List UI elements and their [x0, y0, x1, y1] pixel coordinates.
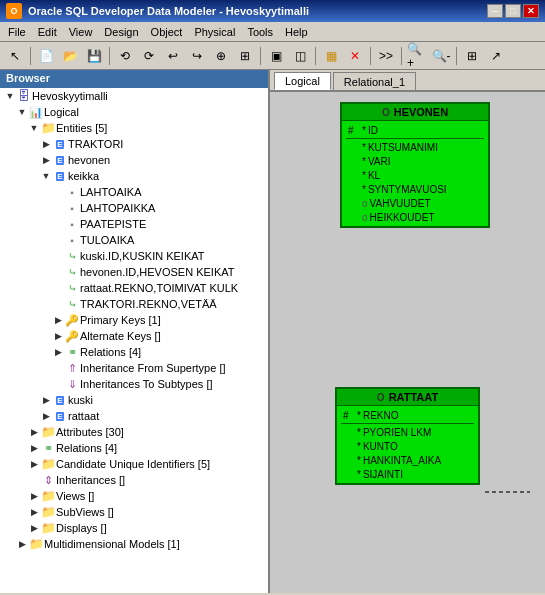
tree-item-lahtoaika[interactable]: ▪ LAHTOAIKA — [0, 184, 268, 200]
tree-item-rattaat-fk[interactable]: ⤷ rattaat.REKNO,TOIMIVAT KULK — [0, 280, 268, 296]
sep2 — [109, 47, 110, 65]
tab-relational1[interactable]: Relational_1 — [333, 72, 416, 90]
tree-item-tuloaika[interactable]: ▪ TULOAIKA — [0, 232, 268, 248]
minimize-button[interactable]: ─ — [487, 4, 503, 18]
tb-btn7[interactable]: ▣ — [265, 45, 287, 67]
entity-hevonen[interactable]: O HEVONEN # * ID * KUTSUMANIMI — [340, 102, 490, 228]
field-kunto: KUNTO — [363, 441, 398, 452]
expand-entities[interactable]: ▼ — [28, 122, 40, 134]
tree-item-lahtopaikka[interactable]: ▪ LAHTOPAIKKA — [0, 200, 268, 216]
tb-btn1[interactable]: ⟲ — [114, 45, 136, 67]
attr-icon-lahtoaika: ▪ — [64, 184, 80, 200]
tree-area[interactable]: ▼ 🗄 Hevoskyytimalli ▼ 📊 Logical ▼ 📁 Enti… — [0, 88, 268, 593]
tree-item-subviews[interactable]: ▶ 📁 SubViews [] — [0, 504, 268, 520]
hevonen-fk-label: hevonen.ID,HEVOSEN KEIKAT — [80, 266, 234, 278]
expand-rel-keikka[interactable]: ▶ — [52, 346, 64, 358]
tb-btn2[interactable]: ⟳ — [138, 45, 160, 67]
tree-item-hevonen[interactable]: ▶ E hevonen — [0, 152, 268, 168]
menu-help[interactable]: Help — [279, 24, 314, 40]
tree-item-hevonen-fk[interactable]: ⤷ hevonen.ID,HEVOSEN KEIKAT — [0, 264, 268, 280]
tree-item-displays[interactable]: ▶ 📁 Displays [] — [0, 520, 268, 536]
tree-item-relations-keikka[interactable]: ▶ ⚭ Relations [4] — [0, 344, 268, 360]
cursor-tool[interactable]: ↖ — [4, 45, 26, 67]
tree-item-alternate-keys[interactable]: ▶ 🔑 Alternate Keys [] — [0, 328, 268, 344]
tb-btn3[interactable]: ↩ — [162, 45, 184, 67]
rel-icon-kuski: ⤷ — [64, 248, 80, 264]
expand-displays[interactable]: ▶ — [28, 522, 40, 534]
tree-item-rattaat[interactable]: ▶ E rattaat — [0, 408, 268, 424]
erd-row-syntymavuosi: * SYNTYMAVUOSI — [346, 182, 484, 196]
tree-item-entities[interactable]: ▼ 📁 Entities [5] — [0, 120, 268, 136]
tree-item-candidate[interactable]: ▶ 📁 Candidate Unique Identifiers [5] — [0, 456, 268, 472]
tree-item-paatepiste[interactable]: ▪ PAATEPISTE — [0, 216, 268, 232]
tb-btn5[interactable]: ⊕ — [210, 45, 232, 67]
tb-btn10[interactable]: ✕ — [344, 45, 366, 67]
tree-item-primary-keys[interactable]: ▶ 🔑 Primary Keys [1] — [0, 312, 268, 328]
tree-item-logical[interactable]: ▼ 📊 Logical — [0, 104, 268, 120]
expand-hevonen[interactable]: ▶ — [40, 154, 52, 166]
tree-item-views[interactable]: ▶ 📁 Views [] — [0, 488, 268, 504]
entity-icon-hevonen: E — [52, 152, 68, 168]
menu-design[interactable]: Design — [98, 24, 144, 40]
expand-attrs[interactable]: ▶ — [28, 426, 40, 438]
tree-item-traktori[interactable]: ▶ E TRAKTORI — [0, 136, 268, 152]
tb-btn8[interactable]: ◫ — [289, 45, 311, 67]
save-button[interactable]: 💾 — [83, 45, 105, 67]
entity-rattaat[interactable]: O RATTAAT # * REKNO * PYORIEN LKM — [335, 387, 480, 485]
tree-item-traktori-fk[interactable]: ⤷ TRAKTORI.REKNO,VETÄÄ — [0, 296, 268, 312]
kuski-fk-label: kuski.ID,KUSKIN KEIKAT — [80, 250, 205, 262]
tree-item-attributes[interactable]: ▶ 📁 Attributes [30] — [0, 424, 268, 440]
open-button[interactable]: 📂 — [59, 45, 81, 67]
tb-btn12[interactable]: ⊞ — [461, 45, 483, 67]
maximize-button[interactable]: □ — [505, 4, 521, 18]
tb-btn6[interactable]: ⊞ — [234, 45, 256, 67]
tree-item-kuski[interactable]: ▶ E kuski — [0, 392, 268, 408]
new-button[interactable]: 📄 — [35, 45, 57, 67]
expand-candidate[interactable]: ▶ — [28, 458, 40, 470]
menu-object[interactable]: Object — [145, 24, 189, 40]
tree-item-multidim[interactable]: ▶ 📁 Multidimensional Models [1] — [0, 536, 268, 552]
zoom-out[interactable]: 🔍- — [430, 45, 452, 67]
alt-key-icon: 🔑 — [64, 328, 80, 344]
menu-edit[interactable]: Edit — [32, 24, 63, 40]
tree-item-relations-top[interactable]: ▶ ⚭ Relations [4] — [0, 440, 268, 456]
tb-btn13[interactable]: ↗ — [485, 45, 507, 67]
menu-view[interactable]: View — [63, 24, 99, 40]
zoom-in[interactable]: 🔍+ — [406, 45, 428, 67]
expand-rel-top[interactable]: ▶ — [28, 442, 40, 454]
expand-kuski[interactable]: ▶ — [40, 394, 52, 406]
inh-to-icon: ⇓ — [64, 376, 80, 392]
tree-item-kuski-fk[interactable]: ⤷ kuski.ID,KUSKIN KEIKAT — [0, 248, 268, 264]
expand-views[interactable]: ▶ — [28, 490, 40, 502]
menu-tools[interactable]: Tools — [241, 24, 279, 40]
tree-item-root[interactable]: ▼ 🗄 Hevoskyytimalli — [0, 88, 268, 104]
tb-btn11[interactable]: >> — [375, 45, 397, 67]
expand-traktori[interactable]: ▶ — [40, 138, 52, 150]
sep1 — [30, 47, 31, 65]
tb-btn9[interactable]: ▦ — [320, 45, 342, 67]
erd-row-sijainti: * SIJAINTI — [341, 467, 474, 481]
menu-file[interactable]: File — [2, 24, 32, 40]
inh-icon: ⇕ — [40, 472, 56, 488]
menu-physical[interactable]: Physical — [188, 24, 241, 40]
expand-rattaat[interactable]: ▶ — [40, 410, 52, 422]
optional-symbol: o — [362, 198, 368, 209]
tree-item-keikka[interactable]: ▼ E keikka — [0, 168, 268, 184]
expand-multidim[interactable]: ▶ — [16, 538, 28, 550]
tree-item-inh-to[interactable]: ⇓ Inheritances To Subtypes [] — [0, 376, 268, 392]
tb-btn4[interactable]: ↪ — [186, 45, 208, 67]
close-button[interactable]: ✕ — [523, 4, 539, 18]
expand-root[interactable]: ▼ — [4, 90, 16, 102]
expand-ak[interactable]: ▶ — [52, 330, 64, 342]
tree-item-inh-from[interactable]: ⇑ Inheritance From Supertype [] — [0, 360, 268, 376]
canvas-area[interactable]: O HEVONEN # * ID * KUTSUMANIMI — [270, 92, 545, 593]
expand-keikka[interactable]: ▼ — [40, 170, 52, 182]
tab-logical[interactable]: Logical — [274, 72, 331, 90]
traktori-label: TRAKTORI — [68, 138, 123, 150]
window-title: Oracle SQL Developer Data Modeler - Hevo… — [28, 5, 309, 17]
expand-subviews[interactable]: ▶ — [28, 506, 40, 518]
tree-item-inheritances[interactable]: ⇕ Inheritances [] — [0, 472, 268, 488]
key-icon: 🔑 — [64, 312, 80, 328]
expand-logical[interactable]: ▼ — [16, 106, 28, 118]
expand-pk[interactable]: ▶ — [52, 314, 64, 326]
